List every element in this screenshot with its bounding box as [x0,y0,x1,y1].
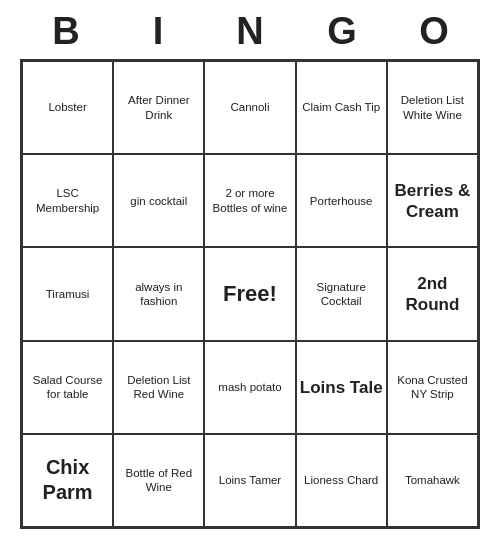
letter-b: B [26,10,106,53]
bingo-cell-24[interactable]: Tomahawk [387,434,478,527]
bingo-cell-3[interactable]: Claim Cash Tip [296,61,387,154]
bingo-cell-9[interactable]: Berries & Cream [387,154,478,247]
bingo-cell-15[interactable]: Salad Course for table [22,341,113,434]
bingo-cell-11[interactable]: always in fashion [113,247,204,340]
bingo-cell-22[interactable]: Loins Tamer [204,434,295,527]
bingo-cell-21[interactable]: Bottle of Red Wine [113,434,204,527]
bingo-cell-23[interactable]: Lioness Chard [296,434,387,527]
bingo-cell-6[interactable]: gin cocktail [113,154,204,247]
bingo-cell-7[interactable]: 2 or more Bottles of wine [204,154,295,247]
bingo-cell-4[interactable]: Deletion List White Wine [387,61,478,154]
bingo-cell-10[interactable]: Tiramusi [22,247,113,340]
bingo-grid: LobsterAfter Dinner DrinkCannoliClaim Ca… [20,59,480,529]
letter-n: N [210,10,290,53]
bingo-cell-0[interactable]: Lobster [22,61,113,154]
bingo-header: B I N G O [20,0,480,59]
bingo-cell-8[interactable]: Porterhouse [296,154,387,247]
bingo-cell-14[interactable]: 2nd Round [387,247,478,340]
bingo-cell-16[interactable]: Deletion List Red Wine [113,341,204,434]
bingo-cell-13[interactable]: Signature Cocktail [296,247,387,340]
bingo-cell-18[interactable]: Loins Tale [296,341,387,434]
letter-g: G [302,10,382,53]
letter-i: I [118,10,198,53]
bingo-cell-20[interactable]: Chix Parm [22,434,113,527]
bingo-cell-12[interactable]: Free! [204,247,295,340]
bingo-cell-17[interactable]: mash potato [204,341,295,434]
bingo-cell-2[interactable]: Cannoli [204,61,295,154]
bingo-cell-5[interactable]: LSC Membership [22,154,113,247]
letter-o: O [394,10,474,53]
bingo-cell-1[interactable]: After Dinner Drink [113,61,204,154]
bingo-cell-19[interactable]: Kona Crusted NY Strip [387,341,478,434]
